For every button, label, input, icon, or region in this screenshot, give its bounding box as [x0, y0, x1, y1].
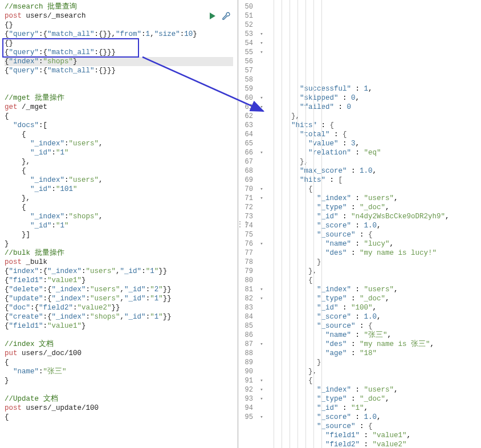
fold-toggle[interactable]: ▾ — [258, 385, 266, 394]
line-number: 69 — [238, 176, 253, 185]
code-line[interactable]: {"field1":"value1"} — [5, 321, 233, 331]
code-line[interactable]: post _bulk — [5, 258, 233, 267]
code-line[interactable]: { — [5, 203, 233, 212]
code-line[interactable]: "_id":"1" — [5, 221, 233, 230]
code-line[interactable]: //index 文档 — [5, 340, 233, 349]
code-line[interactable]: "_id":"1" — [5, 148, 233, 157]
code-line[interactable]: {"update":{"_index":"users","_id":"1"}} — [5, 294, 233, 303]
code-line[interactable]: {} — [5, 21, 233, 30]
code-line[interactable]: post users/_msearch — [5, 11, 233, 21]
wrench-icon[interactable] — [222, 11, 232, 22]
code-line[interactable] — [5, 75, 233, 84]
fold-toggle — [258, 221, 266, 230]
code-line[interactable]: //msearch 批量查询 — [5, 2, 233, 11]
line-number: 66 — [238, 148, 253, 157]
line-number: 84 — [238, 312, 253, 321]
code-line[interactable]: {"doc":{"field2":"value2"}} — [5, 303, 233, 312]
code-line[interactable] — [5, 331, 233, 340]
line-number: 51 — [238, 11, 253, 21]
code-line[interactable]: } — [5, 376, 233, 385]
fold-toggle — [258, 66, 266, 75]
request-code-area[interactable]: //msearch 批量查询post users/_msearch{}{"que… — [0, 0, 238, 424]
fold-toggle — [258, 249, 266, 258]
code-line[interactable]: {"query":{"match_all":{}}} — [5, 48, 233, 57]
fold-toggle[interactable]: ▾ — [258, 39, 266, 48]
code-line[interactable]: {"query":{"match_all":{}}} — [5, 66, 233, 75]
fold-toggle — [258, 21, 266, 30]
code-line[interactable]: }, — [5, 157, 233, 166]
code-line[interactable]: {} — [5, 39, 233, 48]
request-editor-pane: //msearch 批量查询post users/_msearch{}{"que… — [0, 0, 238, 448]
fold-toggle — [258, 130, 266, 139]
fold-toggle[interactable]: ▾ — [258, 93, 266, 103]
fold-toggle[interactable]: ▾ — [258, 103, 266, 112]
code-line[interactable]: { — [5, 166, 233, 176]
code-line[interactable]: { — [5, 358, 233, 367]
fold-toggle[interactable]: ▾ — [258, 30, 266, 39]
fold-toggle[interactable]: ▾ — [258, 394, 266, 404]
fold-toggle — [258, 2, 266, 11]
line-number: 95 — [238, 413, 253, 422]
code-line[interactable]: "docs":[ — [5, 121, 233, 130]
fold-toggle[interactable]: ▾ — [258, 185, 266, 194]
fold-toggle[interactable]: ▾ — [258, 376, 266, 385]
line-number: 91 — [238, 376, 253, 385]
code-line[interactable]: }] — [5, 230, 233, 239]
code-line[interactable]: }, — [5, 194, 233, 203]
fold-toggle — [258, 303, 266, 312]
code-line[interactable]: { — [5, 130, 233, 139]
response-pane: ⋮⋮ 5051525354555657585960616263646566676… — [238, 0, 481, 448]
fold-toggle — [258, 331, 266, 340]
code-line[interactable]: //Update 文档 — [5, 394, 233, 404]
code-line[interactable]: } — [5, 239, 233, 249]
fold-gutter[interactable]: ▾▾▾▾▾▾▾▾▾▾▾▾▾▾▾▾ — [258, 0, 266, 448]
line-number: 68 — [238, 166, 253, 176]
code-line[interactable]: { — [5, 413, 233, 422]
fold-toggle — [258, 203, 266, 212]
code-line[interactable]: {"index":{"_index":"users","_id":"1"}} — [5, 267, 233, 276]
fold-toggle — [258, 367, 266, 376]
play-icon[interactable] — [208, 11, 218, 22]
code-line[interactable]: get /_mget — [5, 103, 233, 112]
code-line[interactable]: "name":"张三" — [5, 367, 233, 376]
line-number: 71 — [238, 194, 253, 203]
code-line[interactable]: { — [5, 112, 233, 121]
code-line[interactable]: {"delete":{"_index":"users","_id":"2"}} — [5, 285, 233, 294]
response-code-area[interactable]: "successful" : 1, "skipped" : 0, "failed… — [266, 0, 481, 448]
fold-toggle[interactable]: ▾ — [258, 340, 266, 349]
code-line[interactable]: post users/_update/100 — [5, 404, 233, 413]
splitter-handle[interactable]: ⋮⋮ — [238, 219, 248, 229]
fold-toggle[interactable]: ▾ — [258, 239, 266, 249]
line-number: 88 — [238, 349, 253, 358]
code-line[interactable]: "_index":"shops", — [5, 212, 233, 221]
line-number: 93 — [238, 394, 253, 404]
line-number: 67 — [238, 157, 253, 166]
code-line[interactable]: {"index":"shops"} — [5, 57, 233, 66]
line-number: 50 — [238, 2, 253, 11]
line-number: 89 — [238, 358, 253, 367]
fold-toggle[interactable]: ▾ — [258, 194, 266, 203]
code-line[interactable]: put users/_doc/100 — [5, 349, 233, 358]
fold-toggle[interactable]: ▾ — [258, 285, 266, 294]
fold-toggle[interactable]: ▾ — [258, 148, 266, 157]
fold-toggle — [258, 112, 266, 121]
fold-toggle[interactable]: ▾ — [258, 294, 266, 303]
code-line[interactable]: {"field1":"value1"} — [5, 276, 233, 285]
line-number: 60 — [238, 93, 253, 103]
line-number: 72 — [238, 203, 253, 212]
code-line[interactable]: {"query":{"match_all":{}},"from":1,"size… — [5, 30, 233, 39]
code-line[interactable]: "_id":"101" — [5, 185, 233, 194]
code-line[interactable]: "_index":"users", — [5, 139, 233, 148]
code-line[interactable] — [5, 385, 233, 394]
fold-toggle[interactable]: ▾ — [258, 48, 266, 57]
code-line[interactable]: //mget 批量操作 — [5, 93, 233, 103]
code-line[interactable]: {"create":{"_index":"shops","_id":"1"}} — [5, 312, 233, 321]
line-number: 58 — [238, 75, 253, 84]
code-line[interactable] — [5, 84, 233, 93]
code-line[interactable]: //bulk 批量操作 — [5, 249, 233, 258]
fold-toggle — [258, 11, 266, 21]
fold-toggle[interactable]: ▾ — [258, 413, 266, 422]
line-number: 81 — [238, 285, 253, 294]
code-line[interactable]: "_index":"users", — [5, 176, 233, 185]
fold-toggle — [258, 139, 266, 148]
